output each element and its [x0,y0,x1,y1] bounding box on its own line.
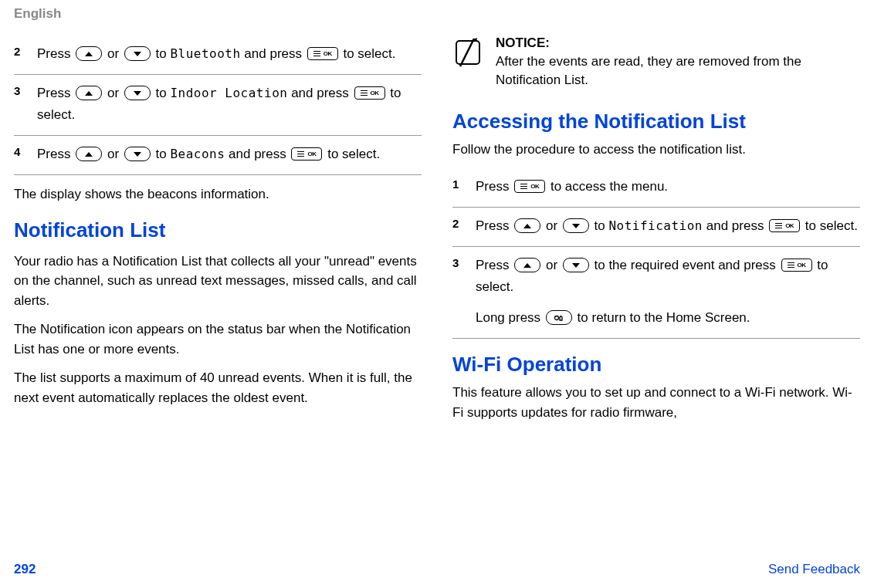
step-body: Press OK to access the menu. [476,176,860,198]
notice-text: After the events are read, they are remo… [496,52,860,90]
ok-button-icon: OK [354,86,385,100]
text: Press [476,179,513,194]
step-number: 2 [452,215,466,230]
notice-icon [452,35,485,90]
svg-marker-3 [134,91,141,96]
ok-button-icon: OK [291,147,322,161]
ok-button-icon: OK [781,259,812,272]
section-intro: This feature allows you to set up and co… [452,383,860,422]
paragraph: The list supports a maximum of 40 unread… [14,368,422,407]
send-feedback-link[interactable]: Send Feedback [768,562,860,577]
svg-marker-8 [523,224,531,228]
up-arrow-icon [76,147,102,161]
down-arrow-icon [124,46,151,61]
svg-line-7 [460,39,474,66]
ok-button-icon: OK [307,47,338,60]
text: or [546,218,561,233]
step-number: 3 [452,255,466,269]
paragraph: Your radio has a Notification List that … [14,252,422,311]
text: to access the menu. [550,179,668,194]
text: to [595,218,609,233]
text: and press [291,86,352,100]
step-body: Press or to Notification and press OK to… [476,215,860,237]
text: or [107,147,123,161]
menu-option-beacons: Beacons [170,147,225,161]
down-arrow-icon [124,86,151,100]
svg-marker-10 [523,263,531,268]
text: and press [244,46,305,61]
text: to select. [327,147,380,161]
text: to select. [343,46,395,61]
menu-option-notification: Notification [608,218,703,233]
step-row-r1: 1 Press OK to access the menu. [452,168,860,208]
step-extra: Long press to return to the Home Screen. [476,307,860,329]
down-arrow-icon [563,218,589,233]
step-row-3: 3 Press or to Indoor Location and press … [14,75,422,136]
section-wifi-operation: Wi-Fi Operation [452,353,860,377]
paragraph: The Notification icon appears on the sta… [14,319,422,359]
step-row-4: 4 Press or to Beacons and press OK to se… [14,136,422,175]
svg-marker-5 [134,152,141,157]
ok-button-icon: OK [769,219,800,232]
down-arrow-icon [563,258,589,272]
up-arrow-icon [76,86,102,100]
svg-marker-1 [134,52,141,56]
ok-button-icon: OK [514,180,545,193]
left-column: 2 Press or to Bluetooth and press OK to … [14,35,422,431]
section-notification-list: Notification List [14,218,422,242]
page-number: 292 [14,562,36,577]
section-intro: Follow the procedure to access the notif… [452,140,860,160]
page-header-language: English [0,0,874,22]
step-body: Press or to Bluetooth and press OK to se… [37,43,422,65]
text: to select. [805,218,858,233]
after-steps-text: The display shows the beacons informatio… [14,184,422,204]
main-content: 2 Press or to Bluetooth and press OK to … [0,22,874,431]
text: to return to the Home Screen. [578,310,750,325]
down-arrow-icon [124,147,151,161]
step-row-r2: 2 Press or to Notification and press OK … [452,208,860,247]
up-arrow-icon [514,258,540,272]
svg-marker-0 [85,52,93,56]
text: or [107,46,123,61]
page-footer: 292 Send Feedback [0,562,874,577]
notice-box: NOTICE: After the events are read, they … [452,35,860,96]
step-body: Press or to Beacons and press OK to sele… [37,144,422,165]
svg-point-12 [554,316,558,319]
home-button-icon [546,310,572,325]
step-body: Press or to the required event and press… [476,255,860,329]
menu-option-indoor-location: Indoor Location [170,86,287,100]
text: to the required event and press [595,258,780,272]
svg-marker-4 [85,152,93,157]
step-number: 4 [14,144,28,158]
text: to [156,147,171,161]
step-body: Press or to Indoor Location and press OK… [37,83,422,126]
step-row-2: 2 Press or to Bluetooth and press OK to … [14,35,422,75]
section-accessing-notification-list: Accessing the Notification List [452,110,860,133]
menu-option-bluetooth: Bluetooth [170,46,240,61]
text: or [107,86,123,100]
text: Press [476,258,513,272]
step-number: 3 [14,83,28,97]
text: and press [229,147,290,161]
text: to [156,46,171,61]
text: Press [37,46,74,61]
notice-body: NOTICE: After the events are read, they … [496,35,860,90]
up-arrow-icon [76,46,102,61]
step-number: 1 [452,176,466,191]
notice-title: NOTICE: [496,35,860,51]
up-arrow-icon [514,218,540,233]
right-column: NOTICE: After the events are read, they … [452,35,860,431]
text: and press [706,218,767,233]
text: Press [37,147,74,161]
text: Long press [476,310,544,325]
svg-marker-2 [85,91,93,96]
svg-marker-11 [572,263,580,268]
text: or [546,258,561,272]
step-row-r3: 3 Press or to the required event and pre… [452,247,860,339]
text: Press [37,86,74,100]
text: to [156,86,171,100]
svg-marker-9 [572,224,580,228]
text: Press [476,218,513,233]
step-number: 2 [14,43,28,58]
